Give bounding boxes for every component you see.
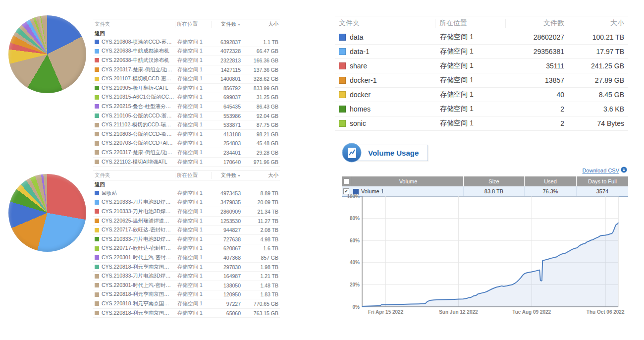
- column-header-size[interactable]: 大小: [242, 172, 280, 179]
- folder-name: CYS.210333-刀片电池3D焊检测-无为-2期: [102, 199, 174, 206]
- table-row[interactable]: CYS.210803-公版的CCD-衢州极电存储空间 141318898.21 …: [93, 130, 280, 139]
- column-header-location[interactable]: 所在位置: [435, 19, 505, 28]
- folder-size: 763.15 GB: [242, 310, 280, 316]
- folder-size: 971.96 GB: [242, 159, 280, 165]
- download-icon[interactable]: [621, 166, 627, 175]
- folder-file-count: 1427115: [212, 67, 242, 73]
- table-row[interactable]: CYS.210105-公版的CCD-浙江恒威 (兰溪)存储空间 15539869…: [93, 112, 280, 121]
- back-link[interactable]: 返回: [93, 180, 280, 189]
- column-header-location[interactable]: 所在位置: [175, 172, 211, 179]
- column-header-location[interactable]: 所在位置: [175, 21, 211, 28]
- folder-location: 存储空间 1: [436, 76, 506, 85]
- table-row[interactable]: CYS.211102-模切的CCD-瑞浦模切存储空间 153387187.75 …: [93, 120, 280, 130]
- column-header-folder[interactable]: 文件夹: [93, 21, 175, 28]
- table-row[interactable]: CYS.210333-刀片电池3D焊检测-坪山存储空间 17276384.98 …: [93, 235, 280, 244]
- table-row[interactable]: CYS.220625-温州瑞浦焊道焊检测存储空间 1125353011.27 T…: [93, 217, 280, 226]
- folder-color-swatch: [95, 141, 99, 146]
- column-header-days-to-full[interactable]: Days to Full: [577, 176, 628, 186]
- folder-file-count: 2: [506, 105, 568, 113]
- folder-color-swatch: [95, 274, 99, 279]
- table-row[interactable]: CYS.220301-时代上汽-密封钉检测-3D存储空间 1407368857 …: [93, 253, 280, 263]
- folder-size: 8.45 GB: [568, 91, 628, 99]
- table-row[interactable]: sonic存储空间 1274 Bytes: [335, 116, 628, 131]
- folder-location: 存储空间 1: [176, 66, 212, 73]
- table-row[interactable]: homes存储空间 123.6 KB: [335, 102, 628, 116]
- table-row[interactable]: CYS.220317-楚康-倒组立/边叠一体机-定位存储空间 123440129…: [93, 148, 280, 158]
- folder-location: 存储空间 1: [176, 273, 212, 280]
- folder-file-count: 6392837: [212, 39, 242, 45]
- column-header-count[interactable]: 文件数: [505, 19, 568, 28]
- table-row[interactable]: CYS.201107-模切机CCD-惠州CATL存储空间 11400801328…: [93, 74, 280, 84]
- column-header-volume[interactable]: Volume: [351, 176, 464, 186]
- folder-name: CYS.221102-模切AI增强ATL: [102, 159, 167, 166]
- column-header-count[interactable]: 文件数▼: [211, 21, 242, 28]
- column-header-count[interactable]: 文件数▼: [211, 172, 242, 179]
- table-row[interactable]: docker-1存储空间 11385727.89 GB: [335, 73, 628, 88]
- table-row[interactable]: CYS.210333-刀片电池3D焊检测-无为-2期存储空间 134798352…: [93, 198, 280, 208]
- folder-size: 1.83 TB: [242, 291, 280, 297]
- table-row[interactable]: CYS.220638-中航武汉涂布机存储空间 12322813166.36 GB: [93, 56, 280, 65]
- folder-name: docker-1: [350, 76, 376, 84]
- folder-file-count: 4072328: [212, 48, 242, 54]
- table-row[interactable]: docker存储空间 1408.45 GB: [335, 88, 628, 102]
- folder-size: 4.98 TB: [242, 236, 280, 242]
- folder-size: 11.27 TB: [242, 218, 280, 224]
- table-row[interactable]: share存储空间 135111241.25 GB: [335, 59, 628, 73]
- table-row[interactable]: CYS.220717-欣旺达-密封钉检测-2D存储空间 16208671.6 T…: [93, 244, 280, 254]
- column-header-folder[interactable]: 文件夹: [335, 19, 435, 28]
- column-header-size[interactable]: 大小: [568, 19, 628, 28]
- folder-file-count: 699037: [212, 94, 242, 100]
- folder-file-count: 2860909: [212, 209, 242, 215]
- folder-name: CYS.220717-欣旺达-密封钉检测-2D: [102, 245, 174, 252]
- table-row[interactable]: CYS.220215-叠合-柱型液分条机存储空间 164543586.43 GB: [93, 102, 280, 112]
- folder-location: 存储空间 1: [436, 61, 506, 70]
- table-row[interactable]: CYS.220317-楚康-倒组立/边叠一体机-缺陷检测存储空间 1142711…: [93, 65, 280, 75]
- select-all-checkbox[interactable]: [343, 178, 349, 184]
- table-row[interactable]: CYS.210905-极耳翻折-CATL存储空间 1856792833.99 G…: [93, 84, 280, 93]
- folder-name: CYS.210333-刀片电池3D焊检测-重庆: [102, 273, 174, 280]
- folder-file-count: 35111: [506, 62, 568, 70]
- column-header-used[interactable]: Used: [525, 176, 577, 186]
- folder-size-pie-chart-bottom: [8, 174, 86, 252]
- folder-size: 770.65 GB: [242, 301, 280, 307]
- folder-file-count: 407368: [212, 255, 242, 261]
- table-row[interactable]: CYS.210315-A6C1公版的CCD-ATL公版机存储空间 1699037…: [93, 93, 280, 103]
- folder-file-count: 65060: [212, 310, 242, 316]
- svg-text:0%: 0%: [353, 304, 360, 310]
- folder-color-swatch: [95, 49, 99, 54]
- table-row[interactable]: CYS.220703-公版的CCD+AI-衢州恒威存储空间 125480345.…: [93, 139, 280, 149]
- table-row[interactable]: CYS.220818-利元亨南京国轩整线-质量焊-3D存储空间 12978301…: [93, 263, 280, 272]
- folder-size: 45.48 GB: [242, 140, 280, 146]
- folder-table-bottom: 文件夹 所在位置 文件数▼ 大小 返回 回收站存储空间 149734538.89…: [93, 170, 280, 318]
- folder-size: 328.62 GB: [242, 76, 280, 82]
- table-row[interactable]: data存储空间 128602027100.21 TB: [335, 30, 628, 45]
- folder-color-swatch: [339, 34, 346, 41]
- back-link[interactable]: 返回: [93, 29, 280, 38]
- table-row[interactable]: CYS.220638-中航成都涂布机存储空间 1407232866.47 GB: [93, 47, 280, 57]
- folder-location: 存储空间 1: [176, 48, 212, 55]
- folder-location: 存储空间 1: [176, 159, 212, 166]
- folder-color-swatch: [95, 123, 99, 127]
- table-row[interactable]: CYS.220818-利元亨南京国轩整线-顶盖激光焊漏...存储空间 19722…: [93, 299, 280, 309]
- column-header-size[interactable]: 大小: [242, 21, 280, 28]
- table-row[interactable]: CYS.220301-时代上汽-密封钉检测-2D存储空间 11380501.48…: [93, 281, 280, 290]
- table-row[interactable]: CYS.220818-利元亨南京国轩整线-质量焊-2D存储空间 11209501…: [93, 290, 280, 300]
- table-row[interactable]: CYS.220717-欣旺达-密封钉检测-3D存储空间 19448272.08 …: [93, 226, 280, 235]
- table-row[interactable]: CYS.210333-刀片电池3D焊检测-宁乡存储空间 1286090921.3…: [93, 207, 280, 217]
- table-row[interactable]: data-1存储空间 12935638117.97 TB: [335, 45, 628, 59]
- table-row[interactable]: CYS.221102-模切AI增强ATL存储空间 1170640971.96 G…: [93, 158, 280, 167]
- column-header-folder[interactable]: 文件夹: [93, 172, 175, 179]
- download-csv-link[interactable]: Download CSV: [582, 168, 619, 173]
- folder-size: 87.75 GB: [242, 122, 280, 128]
- table-row[interactable]: CYS.220818-利元亨南京国轩整线-密封钉存储空间 165060763.1…: [93, 309, 280, 318]
- folder-file-count: 40: [506, 91, 568, 99]
- column-header-size[interactable]: Size: [464, 176, 525, 186]
- table-row[interactable]: 回收站存储空间 149734538.89 TB: [93, 189, 280, 198]
- folder-color-swatch: [95, 150, 99, 155]
- table-row[interactable]: CYS.210808-喷涂的CCD-苏州功率存储空间 163928371.1 T…: [93, 38, 280, 47]
- folder-location: 存储空间 1: [176, 75, 212, 82]
- table-row[interactable]: CYS.210333-刀片电池3D焊检测-重庆存储空间 11649871.21 …: [93, 272, 280, 281]
- folder-size: 98.21 GB: [242, 131, 280, 137]
- volume-usage-chart-icon: [342, 143, 362, 163]
- folder-name: CYS.220717-欣旺达-密封钉检测-3D: [102, 227, 174, 233]
